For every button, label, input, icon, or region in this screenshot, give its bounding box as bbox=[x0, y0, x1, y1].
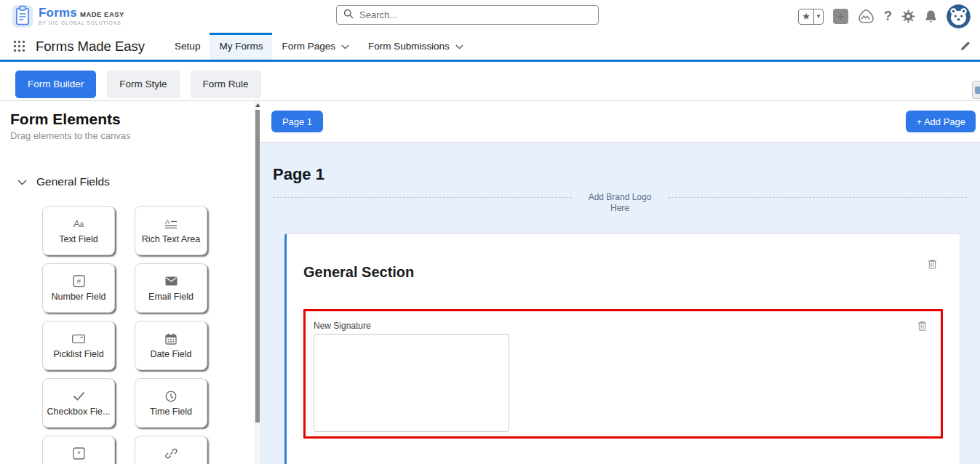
rich-text-icon: A bbox=[164, 217, 178, 231]
nav-tab-setup[interactable]: Setup bbox=[165, 33, 210, 60]
element-card-checkbox-fie[interactable]: Checkbox Fie... bbox=[42, 378, 115, 428]
number-field-icon: # bbox=[73, 275, 85, 288]
tab-form-builder[interactable]: Form Builder bbox=[15, 71, 96, 98]
delete-field-trash-icon[interactable] bbox=[917, 320, 927, 332]
element-card-label: Number Field bbox=[51, 292, 105, 302]
app-name: Forms Made Easy bbox=[36, 33, 145, 60]
svg-text:*: * bbox=[77, 449, 81, 458]
nav-tab-form-pages[interactable]: Form Pages bbox=[272, 33, 359, 60]
add-page-button[interactable]: + Add Page bbox=[906, 111, 976, 132]
user-avatar[interactable] bbox=[947, 4, 971, 28]
picklist-field-icon bbox=[72, 332, 85, 345]
signature-field-label: New Signature bbox=[314, 321, 933, 331]
element-card-password-field[interactable]: *Password Field bbox=[42, 436, 115, 464]
chevron-down-icon[interactable] bbox=[455, 41, 463, 52]
email-field-icon bbox=[165, 275, 178, 288]
setup-gear-icon[interactable] bbox=[901, 9, 915, 23]
forms-made-easy-app: Forms MADE EASY BY HIC GLOBAL SOLUTIONS … bbox=[0, 0, 980, 464]
text-field-icon: Aa bbox=[73, 217, 84, 231]
delete-section-trash-icon[interactable] bbox=[928, 258, 937, 270]
brand-logo-placeholder-row[interactable]: Add Brand Logo Here bbox=[273, 192, 967, 214]
page-toolbar: Page 1 + Add Page bbox=[260, 101, 980, 143]
form-elements-grid: AaText FieldARich Text Area#Number Field… bbox=[42, 206, 207, 464]
nav-tab-label: Form Submissions bbox=[368, 41, 450, 52]
dashed-divider-left bbox=[273, 197, 572, 198]
time-field-icon bbox=[165, 390, 177, 403]
page-canvas-body: Page 1 Add Brand Logo Here General Secti… bbox=[260, 143, 980, 464]
trailhead-help-icon[interactable] bbox=[858, 9, 875, 24]
element-card-label: Picklist Field bbox=[53, 349, 103, 359]
password-field-icon: * bbox=[73, 447, 85, 460]
nav-tab-form-submissions[interactable]: Form Submissions bbox=[359, 33, 473, 60]
checkbox-field-icon bbox=[73, 390, 85, 403]
favorites-star-icon[interactable]: ★ ▼ bbox=[798, 9, 824, 25]
star-icon[interactable]: ★ bbox=[799, 9, 813, 24]
nav-tabs: SetupMy FormsForm PagesForm Submissions bbox=[165, 33, 473, 60]
element-card-label: Email Field bbox=[148, 292, 194, 302]
svg-text:#: # bbox=[76, 277, 81, 285]
chevron-down-icon[interactable] bbox=[341, 41, 349, 52]
collapsed-edge-widget[interactable] bbox=[972, 81, 980, 99]
sidebar-title: Form Elements bbox=[10, 111, 260, 128]
page-1-tab-button[interactable]: Page 1 bbox=[271, 111, 323, 132]
builder-main: Form Elements Drag elements to the canva… bbox=[0, 101, 980, 464]
date-field-icon bbox=[165, 332, 177, 345]
element-card-url-field[interactable]: Url Field bbox=[135, 436, 207, 464]
global-search bbox=[336, 5, 599, 25]
app-logo: Forms MADE EASY BY HIC GLOBAL SOLUTIONS bbox=[12, 4, 124, 31]
element-card-rich-text-area[interactable]: ARich Text Area bbox=[135, 206, 207, 255]
search-icon bbox=[343, 9, 354, 22]
favorites-caret-icon[interactable]: ▼ bbox=[813, 9, 823, 24]
general-section-card[interactable]: General Section New Signature bbox=[284, 233, 960, 464]
help-icon[interactable]: ? bbox=[884, 9, 892, 24]
tab-form-style[interactable]: Form Style bbox=[107, 71, 179, 98]
form-canvas: Page 1 + Add Page Page 1 Add Brand Logo … bbox=[260, 101, 980, 464]
element-card-label: Date Field bbox=[151, 349, 192, 359]
element-card-picklist-field[interactable]: Picklist Field bbox=[42, 321, 115, 370]
element-card-label: Rich Text Area bbox=[142, 234, 200, 244]
app-navigation-bar: Forms Made Easy SetupMy FormsForm PagesF… bbox=[0, 33, 980, 62]
signature-pad[interactable] bbox=[314, 334, 509, 432]
page-title: Page 1 bbox=[273, 143, 967, 184]
brand-placeholder-line1: Add Brand Logo bbox=[589, 192, 652, 202]
element-card-email-field[interactable]: Email Field bbox=[135, 263, 207, 313]
edit-pencil-icon[interactable] bbox=[960, 33, 971, 60]
scrollbar-up-arrow-icon[interactable] bbox=[255, 101, 260, 109]
nav-tab-my-forms[interactable]: My Forms bbox=[210, 33, 272, 60]
element-card-number-field[interactable]: #Number Field bbox=[42, 263, 115, 313]
element-card-label: Text Field bbox=[59, 234, 98, 244]
element-card-text-field[interactable]: AaText Field bbox=[42, 206, 115, 255]
header-actions: ★ ▼ + ? bbox=[798, 0, 971, 33]
element-card-time-field[interactable]: Time Field bbox=[135, 378, 207, 428]
app-launcher-waffle-icon[interactable] bbox=[13, 33, 25, 60]
builder-tab-strip: Form BuilderForm StyleForm Rule bbox=[0, 62, 980, 101]
chevron-down-icon bbox=[17, 175, 27, 188]
notifications-bell-icon[interactable] bbox=[925, 9, 937, 23]
form-elements-sidebar: Form Elements Drag elements to the canva… bbox=[0, 101, 260, 464]
search-input[interactable] bbox=[359, 9, 591, 20]
nav-tab-label: Form Pages bbox=[282, 41, 335, 52]
element-card-date-field[interactable]: Date Field bbox=[135, 321, 207, 370]
tab-form-rule[interactable]: Form Rule bbox=[191, 71, 261, 98]
element-card-label: Checkbox Fie... bbox=[47, 407, 111, 417]
selected-signature-field[interactable]: New Signature bbox=[303, 309, 943, 439]
logo-byline: BY HIC GLOBAL SOLUTIONS bbox=[39, 21, 124, 26]
sidebar-subtitle: Drag elements to the canvas bbox=[10, 130, 260, 141]
nav-tab-label: Setup bbox=[175, 41, 200, 52]
global-header: Forms MADE EASY BY HIC GLOBAL SOLUTIONS … bbox=[0, 0, 980, 33]
brand-logo-placeholder-text[interactable]: Add Brand Logo Here bbox=[585, 192, 655, 214]
group-label: General Fields bbox=[36, 175, 110, 188]
dashed-divider-right bbox=[668, 197, 967, 198]
general-fields-group-toggle[interactable]: General Fields bbox=[17, 175, 260, 188]
clipboard-logo-icon bbox=[12, 4, 33, 31]
brand-placeholder-line2: Here bbox=[610, 203, 629, 213]
section-title: General Section bbox=[303, 234, 943, 281]
element-card-label: Time Field bbox=[150, 407, 192, 417]
logo-title: Forms bbox=[39, 7, 77, 19]
svg-text:A: A bbox=[165, 218, 170, 225]
nav-tab-label: My Forms bbox=[219, 41, 263, 52]
add-icon[interactable]: + bbox=[833, 9, 848, 24]
sidebar-scrollbar[interactable] bbox=[255, 101, 260, 464]
builder-tabs: Form BuilderForm StyleForm Rule bbox=[15, 71, 261, 98]
logo-subtitle: MADE EASY bbox=[80, 11, 124, 18]
